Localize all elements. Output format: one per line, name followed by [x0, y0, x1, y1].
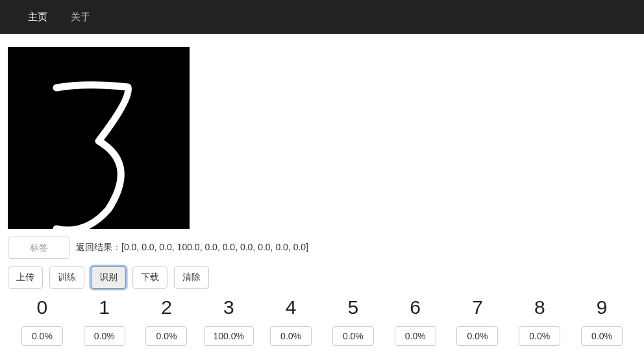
train-button[interactable]: 训练	[49, 266, 84, 289]
download-button[interactable]: 下载	[132, 266, 167, 289]
digit-percent: 0.0%	[145, 326, 187, 346]
digit-col-2: 2 0.0%	[136, 296, 198, 346]
digit-label: 1	[99, 296, 110, 318]
digit-col-7: 7 0.0%	[447, 296, 509, 346]
digit-col-4: 4 0.0%	[260, 296, 322, 346]
digit-label: 0	[37, 296, 48, 318]
digit-label: 5	[348, 296, 359, 318]
digit-percent: 0.0%	[581, 326, 623, 346]
digit-percent: 0.0%	[270, 326, 312, 346]
digit-col-3: 3 100.0%	[197, 296, 260, 346]
nav-home[interactable]: 主页	[16, 1, 59, 33]
digit-percent: 0.0%	[395, 326, 436, 346]
clear-button[interactable]: 清除	[174, 266, 209, 289]
digit-label: 9	[597, 296, 608, 318]
digit-percent: 0.0%	[519, 326, 560, 346]
label-result-row: 返回结果：[0.0, 0.0, 0.0, 100.0, 0.0, 0.0, 0.…	[8, 237, 636, 259]
digit-percent: 100.0%	[204, 326, 254, 346]
digit-label: 8	[534, 296, 545, 318]
label-input[interactable]	[8, 237, 69, 259]
content-area: 返回结果：[0.0, 0.0, 0.0, 100.0, 0.0, 0.0, 0.…	[0, 34, 644, 351]
digit-col-1: 1 0.0%	[73, 296, 136, 346]
result-prefix: 返回结果：	[76, 242, 121, 252]
digit-label: 2	[161, 296, 172, 318]
digit-label: 6	[410, 296, 421, 318]
digit-col-8: 8 0.0%	[508, 296, 571, 346]
recognize-button[interactable]: 识别	[91, 266, 126, 289]
digit-label: 4	[286, 296, 297, 318]
digit-percent: 0.0%	[84, 326, 125, 346]
digit-label: 7	[472, 296, 483, 318]
digit-percent: 0.0%	[332, 326, 374, 346]
result-values: [0.0, 0.0, 0.0, 100.0, 0.0, 0.0, 0.0, 0.…	[121, 242, 308, 252]
digit-label: 3	[223, 296, 234, 318]
digit-col-5: 5 0.0%	[322, 296, 384, 346]
button-row: 上传 训练 识别 下载 清除	[8, 266, 636, 289]
drawing-canvas[interactable]	[8, 47, 190, 229]
digit-percent: 0.0%	[21, 326, 63, 346]
digit-probability-row: 0 0.0% 1 0.0% 2 0.0% 3 100.0% 4 0.0% 5 0…	[8, 296, 636, 346]
result-text: 返回结果：[0.0, 0.0, 0.0, 100.0, 0.0, 0.0, 0.…	[76, 242, 308, 254]
digit-col-9: 9 0.0%	[571, 296, 633, 346]
navbar: 主页 关于	[0, 0, 644, 34]
digit-col-6: 6 0.0%	[384, 296, 447, 346]
digit-percent: 0.0%	[456, 326, 498, 346]
digit-col-0: 0 0.0%	[11, 296, 73, 346]
nav-about[interactable]: 关于	[59, 1, 102, 33]
upload-button[interactable]: 上传	[8, 266, 43, 289]
